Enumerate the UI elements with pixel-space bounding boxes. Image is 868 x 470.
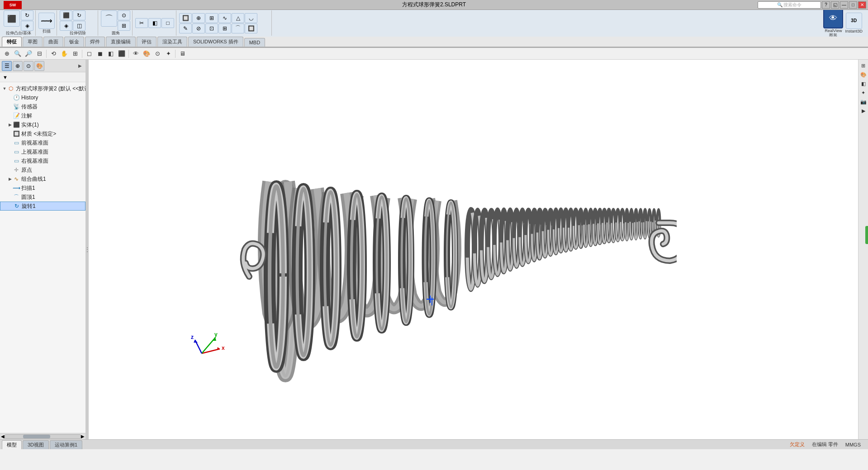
tree-label-right-plane: 右视基准面 [21, 157, 48, 165]
right-toolbar: ⊞ 🎨 ◧ ✦ 📷 ▶ [858, 60, 868, 439]
instant3d-button[interactable]: 3D [846, 13, 862, 29]
move-body-button[interactable]: ⊞ [218, 24, 231, 33]
scroll-thumb[interactable] [23, 435, 50, 438]
scroll-left-btn[interactable]: ◀ [1, 434, 5, 439]
feature-manager-tab[interactable]: ☰ [2, 61, 12, 71]
fillet-button[interactable]: ⌒ [101, 10, 117, 27]
tab-sketch[interactable]: 草图 [23, 37, 43, 47]
restore-button[interactable]: ◱ [831, 1, 839, 9]
tree-root-item[interactable]: ▼ ⬡ 方程式球形弹簧2 (默认 <<默认>_显示状 [0, 84, 85, 93]
tree-item-front-plane[interactable]: ▭ 前视基准面 [0, 138, 85, 147]
model-tab-motion[interactable]: 运动算例1 [50, 440, 82, 449]
zoom-in-button[interactable]: 🔍 [13, 49, 23, 58]
expand-right-btn[interactable]: ▶ [859, 107, 868, 115]
model-tab-model[interactable]: 模型 [2, 440, 22, 449]
property-manager-tab[interactable]: ⊕ [13, 61, 23, 71]
lighting-right-btn[interactable]: ✦ [859, 89, 868, 97]
textures-right-btn[interactable]: ◧ [859, 80, 868, 88]
shaded-button[interactable]: ◧ [106, 49, 116, 58]
display-manager-tab[interactable]: 🎨 [34, 61, 44, 71]
combine-button[interactable]: ⊞ [205, 13, 218, 23]
front-plane-icon: ▭ [13, 139, 20, 146]
tab-surface[interactable]: 曲面 [43, 37, 63, 47]
heads-up-button[interactable]: ⊙ [152, 49, 162, 58]
maximize-button[interactable]: □ [849, 1, 857, 9]
view-orientation-button[interactable]: 👁 [131, 49, 141, 58]
revolve-cut-button[interactable]: ↻ [73, 10, 85, 20]
surface-button[interactable]: ◡ [245, 13, 257, 23]
tree-item-origin[interactable]: ✛ 原点 [0, 165, 85, 174]
curves-button[interactable]: ∿ [218, 13, 231, 23]
boundary-cut-button[interactable]: ◫ [73, 21, 85, 31]
right-panel-toggle[interactable] [865, 226, 868, 244]
color-right-btn[interactable]: 🎨 [859, 70, 868, 79]
tree-item-annotations[interactable]: 📝 注解 [0, 111, 85, 120]
trim-button[interactable]: ✂ [135, 18, 148, 28]
tree-item-sweep1[interactable]: ⟿ 扫描1 [0, 183, 85, 193]
shell-button[interactable]: □ [161, 18, 174, 28]
tree-item-material[interactable]: 🔲 材质 <未指定> [0, 129, 85, 138]
config-manager-tab[interactable]: ⊙ [24, 61, 33, 71]
status-undefined: 欠定义 [790, 441, 805, 448]
flex-button[interactable]: ⌒ [232, 24, 244, 33]
tree-item-composite-curve[interactable]: ▶ ∿ 组合曲线1 [0, 174, 85, 183]
mirror-button[interactable]: ⊡ [205, 24, 218, 33]
wrap-button[interactable]: 🔲 [179, 13, 192, 23]
panel-expand-button[interactable]: ▶ [76, 62, 84, 70]
section-view-button[interactable]: ⊞ [70, 49, 80, 58]
intersect-button[interactable]: ⊕ [192, 13, 205, 23]
realview-button[interactable]: 👁 [823, 10, 843, 28]
scene-button[interactable]: ✦ [163, 49, 173, 58]
close-button[interactable]: ✕ [858, 1, 866, 9]
tree-item-solid-bodies[interactable]: ▶ ⬛ 实体(1) [0, 120, 85, 129]
split-button[interactable]: ⊘ [192, 24, 205, 33]
tree-item-history[interactable]: 🕐 History [0, 93, 85, 102]
help-button[interactable]: ? [822, 1, 830, 9]
tab-evaluate[interactable]: 评估 [137, 37, 157, 47]
tab-direct-edit[interactable]: 直接编辑 [106, 37, 136, 47]
appearances-right-btn[interactable]: ⊞ [859, 61, 868, 70]
zoom-window-button[interactable]: ⊟ [34, 49, 44, 58]
tab-addins[interactable]: SOLIDWORKS 插件 [188, 37, 243, 47]
wireframe-button[interactable]: ◻ [84, 49, 94, 58]
revolve-boss-button[interactable]: ↻ [21, 10, 33, 20]
draft-button[interactable]: ◧ [148, 18, 161, 28]
tab-mbd[interactable]: MBD [244, 38, 265, 47]
search-box-title[interactable]: 🔍 搜索命令 [758, 1, 821, 9]
scene-right-btn[interactable]: 📷 [859, 98, 868, 106]
tree-item-top-plane[interactable]: ▭ 上视基准面 [0, 147, 85, 156]
viewport[interactable]: x y z [89, 60, 858, 439]
zoom-out-button[interactable]: 🔎 [24, 49, 33, 58]
tree-label-revolve1: 旋转1 [22, 202, 36, 210]
rotate-button[interactable]: ⟲ [48, 49, 58, 58]
sweep-button[interactable]: ⟿ [38, 13, 55, 29]
hidden-lines-removed-button[interactable]: ◼ [95, 49, 105, 58]
display-style-button[interactable]: 🎨 [142, 49, 152, 58]
model-tab-3dview[interactable]: 3D视图 [23, 440, 49, 449]
indent-button[interactable]: 🔲 [245, 24, 257, 33]
scroll-track [5, 434, 81, 439]
scroll-right-btn[interactable]: ▶ [81, 434, 85, 439]
tab-sheetmetal[interactable]: 钣金 [64, 37, 84, 47]
minimize-button[interactable]: — [840, 1, 848, 9]
tab-features[interactable]: 特征 [2, 37, 22, 47]
tab-weldments[interactable]: 焊件 [85, 37, 105, 47]
ref-geo-button[interactable]: △ [232, 13, 244, 23]
tree-item-revolve1[interactable]: ↻ 旋转1 [0, 202, 85, 211]
extrude-boss-button[interactable]: ⬛ [4, 10, 20, 27]
loft-cut-button[interactable]: ◈ [60, 21, 72, 31]
hole-wizard-button[interactable]: ⊙ [118, 10, 130, 20]
tree-item-right-plane[interactable]: ▭ 右视基准面 [0, 156, 85, 165]
view-settings-button[interactable]: 🖥 [177, 49, 187, 58]
pan-button[interactable]: ✋ [59, 49, 69, 58]
direct-edit-button[interactable]: ✎ [179, 24, 192, 33]
extrude-cut-button[interactable]: ⬛ [60, 10, 72, 20]
linear-pattern-button[interactable]: ⊞ [118, 21, 130, 31]
tab-render[interactable]: 渲染工具 [157, 37, 187, 47]
tree-item-sensors[interactable]: 📡 传感器 [0, 102, 85, 111]
tree-arrow [7, 113, 13, 118]
zoom-to-fit-button[interactable]: ⊕ [2, 49, 12, 58]
tree-item-dome1[interactable]: ⌒ 圆顶1 [0, 193, 85, 202]
shaded-edges-button[interactable]: ⬛ [117, 49, 127, 58]
loft-boss-button[interactable]: ◈ [21, 21, 33, 31]
